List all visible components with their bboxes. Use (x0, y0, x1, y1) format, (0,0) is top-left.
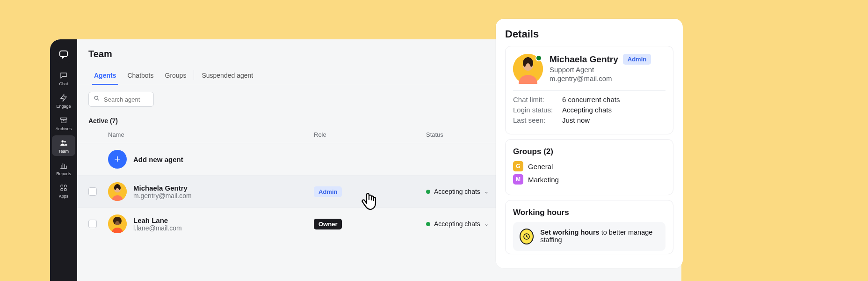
nav-label: Team (58, 149, 69, 154)
svg-rect-6 (65, 185, 67, 187)
last-seen-label: Last seen: (513, 116, 557, 124)
chat-icon (59, 71, 68, 80)
working-hours-banner[interactable]: Set working hours to better manage staff… (513, 222, 665, 251)
status-text: Accepting chats (434, 220, 480, 228)
tab-suspended[interactable]: Suspended agent (196, 65, 259, 85)
svg-rect-2 (61, 119, 66, 123)
agent-email: l.lane@mail.com (133, 224, 182, 232)
row-checkbox[interactable] (88, 187, 97, 196)
team-icon (59, 138, 68, 148)
group-item[interactable]: M Marketing (513, 174, 665, 185)
svg-rect-0 (60, 51, 68, 57)
app-logo (55, 46, 72, 63)
role-badge-owner: Owner (314, 219, 342, 229)
agent-name: Michaela Gentry (133, 184, 192, 192)
apps-icon (59, 183, 68, 192)
groups-card: Groups (2) G General M Marketing (505, 139, 673, 195)
role-badge-admin: Admin (314, 186, 342, 197)
svg-rect-7 (61, 189, 63, 191)
nav-reports[interactable]: Reports (52, 158, 75, 178)
profile-avatar (513, 54, 543, 84)
tab-agents[interactable]: Agents (88, 65, 122, 85)
tab-divider (194, 70, 194, 80)
login-status-value: Accepting chats (562, 106, 612, 114)
nav-label: Apps (59, 194, 69, 199)
chevron-down-icon: ⌄ (484, 221, 489, 227)
status-text: Accepting chats (434, 188, 480, 195)
reports-icon (59, 161, 68, 170)
chevron-down-icon: ⌄ (484, 188, 489, 195)
plus-icon: + (115, 154, 121, 164)
avatar (108, 182, 127, 201)
profile-subtitle: Support Agent (550, 66, 665, 74)
divider (513, 90, 665, 91)
group-chip-icon: M (513, 174, 523, 185)
nav-engage[interactable]: Engage (52, 90, 75, 111)
add-avatar: + (108, 150, 127, 169)
col-name[interactable]: Name (108, 131, 314, 138)
engage-icon (59, 93, 68, 103)
group-item[interactable]: G General (513, 161, 665, 171)
login-status-label: Login status: (513, 106, 557, 114)
working-hours-title: Working hours (513, 208, 665, 217)
group-name: General (528, 163, 553, 170)
nav-label: Reports (56, 171, 71, 176)
profile-name: Michaela Gentry (550, 54, 618, 65)
archives-icon (59, 116, 68, 125)
working-hours-text: Set working hours to better manage staff… (540, 229, 659, 244)
svg-point-4 (64, 141, 66, 143)
search-box[interactable] (88, 92, 154, 107)
chat-limit-label: Chat limit: (513, 96, 557, 104)
search-icon (94, 95, 100, 104)
profile-email: m.gentry@mail.com (550, 74, 665, 82)
nav-apps[interactable]: Apps (52, 180, 75, 201)
details-panel: Details Michaela Gentry Admin Support Ag… (496, 19, 683, 268)
nav-chat[interactable]: Chat (52, 68, 75, 89)
col-role[interactable]: Role (314, 131, 426, 138)
presence-dot-icon (535, 55, 542, 61)
profile-role-badge: Admin (623, 54, 651, 65)
tab-chatbots[interactable]: Chatbots (122, 65, 159, 85)
status-dot-icon (426, 222, 430, 226)
last-seen-value: Just now (562, 116, 590, 124)
tab-groups[interactable]: Groups (159, 65, 192, 85)
row-checkbox[interactable] (88, 220, 97, 228)
nav-archives[interactable]: Archives (52, 113, 75, 133)
svg-rect-5 (61, 185, 63, 187)
svg-point-3 (61, 140, 64, 143)
groups-title: Groups (2) (513, 147, 665, 156)
clock-icon (520, 229, 534, 244)
add-agent-label: Add new agent (133, 155, 183, 163)
working-hours-card: Working hours Set working hours to bette… (505, 200, 673, 254)
agent-name: Leah Lane (133, 216, 182, 224)
svg-rect-8 (65, 189, 67, 191)
profile-card: Michaela Gentry Admin Support Agent m.ge… (505, 46, 673, 134)
chat-limit-value: 6 concurrent chats (562, 96, 620, 104)
status-dot-icon (426, 190, 430, 194)
details-title: Details (505, 28, 673, 40)
search-input[interactable] (104, 96, 182, 103)
nav-label: Engage (56, 104, 71, 109)
nav-label: Archives (56, 126, 72, 131)
sidebar: Chat Engage Archives Team Reports Apps (50, 39, 77, 281)
group-chip-icon: G (513, 161, 523, 171)
group-name: Marketing (528, 176, 559, 184)
nav-label: Chat (59, 81, 68, 86)
svg-point-9 (94, 96, 98, 99)
cursor-hand-icon (360, 192, 379, 212)
avatar (108, 214, 127, 233)
nav-team[interactable]: Team (52, 135, 75, 156)
agent-email: m.gentry@mail.com (133, 192, 192, 200)
